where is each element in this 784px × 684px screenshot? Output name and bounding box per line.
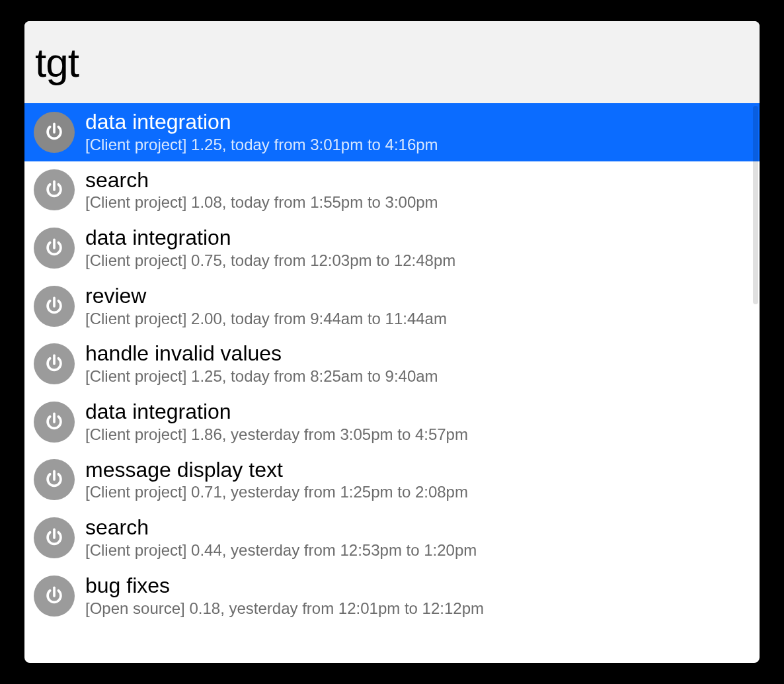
result-item[interactable]: search[Client project] 0.44, yesterday f… [24,509,760,567]
result-item[interactable]: data integration[Client project] 0.75, t… [24,219,760,277]
launcher-window: data integration[Client project] 1.25, t… [24,21,760,663]
results-list: data integration[Client project] 1.25, t… [24,103,760,663]
result-text: search[Client project] 1.08, today from … [85,168,438,213]
result-item[interactable]: bug fixes[Open source] 0.18, yesterday f… [24,567,760,625]
result-text: bug fixes[Open source] 0.18, yesterday f… [85,574,484,619]
result-title: search [85,515,477,540]
power-icon [34,286,75,327]
result-text: message display text[Client project] 0.7… [85,458,468,503]
result-text: review[Client project] 2.00, today from … [85,284,447,329]
result-text: search[Client project] 0.44, yesterday f… [85,515,477,560]
result-item[interactable]: search[Client project] 1.08, today from … [24,161,760,220]
search-input[interactable] [35,39,749,86]
result-title: data integration [85,110,438,134]
result-subtitle: [Client project] 1.08, today from 1:55pm… [85,193,438,212]
result-item[interactable]: message display text[Client project] 0.7… [24,451,760,509]
power-icon [34,228,75,269]
power-icon [34,517,75,558]
result-item[interactable]: data integration[Client project] 1.86, y… [24,393,760,451]
power-icon [34,112,75,153]
power-icon [34,169,75,210]
result-item[interactable]: data integration[Client project] 1.25, t… [24,103,760,161]
result-title: data integration [85,400,468,424]
result-subtitle: [Client project] 0.71, yesterday from 1:… [85,483,468,502]
result-item[interactable]: handle invalid values[Client project] 1.… [24,335,760,393]
result-title: review [85,284,447,308]
search-area [24,21,760,103]
result-title: message display text [85,458,468,482]
result-subtitle: [Client project] 1.25, today from 8:25am… [85,367,438,386]
power-icon [34,459,75,500]
scrollbar[interactable] [753,106,758,304]
result-title: handle invalid values [85,341,438,366]
result-title: bug fixes [85,574,484,598]
result-subtitle: [Client project] 1.25, today from 3:01pm… [85,136,438,155]
result-text: data integration[Client project] 0.75, t… [85,226,455,271]
result-text: data integration[Client project] 1.86, y… [85,400,468,445]
result-title: data integration [85,226,455,250]
result-text: handle invalid values[Client project] 1.… [85,341,438,386]
power-icon [34,402,75,443]
power-icon [34,576,75,617]
result-subtitle: [Open source] 0.18, yesterday from 12:01… [85,599,484,619]
power-icon [34,343,75,384]
result-subtitle: [Client project] 2.00, today from 9:44am… [85,310,447,329]
result-item[interactable]: review[Client project] 2.00, today from … [24,277,760,335]
result-subtitle: [Client project] 0.44, yesterday from 12… [85,541,477,560]
result-subtitle: [Client project] 1.86, yesterday from 3:… [85,425,468,445]
result-text: data integration[Client project] 1.25, t… [85,110,438,155]
result-title: search [85,168,438,192]
result-subtitle: [Client project] 0.75, today from 12:03p… [85,251,455,271]
